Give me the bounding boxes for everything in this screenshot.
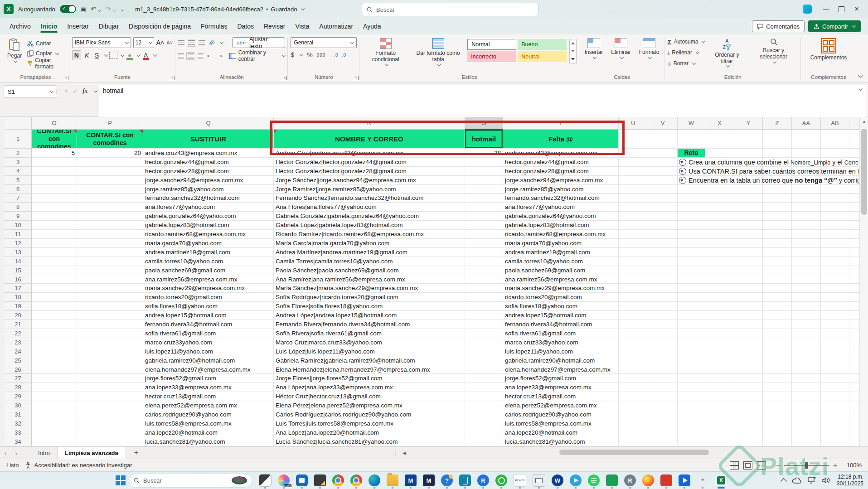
cell-O30[interactable] (32, 401, 77, 410)
column-header-X[interactable]: X (705, 117, 734, 130)
cell-T4[interactable]: hector.gonzalez28@gmail.com (503, 167, 619, 176)
cell-P30[interactable] (77, 401, 143, 410)
cell-Z11[interactable] (763, 230, 792, 239)
cell-X29[interactable] (705, 392, 734, 401)
cell-U17[interactable] (619, 284, 648, 293)
cell-U5[interactable] (619, 176, 648, 185)
cell-P12[interactable] (77, 239, 143, 248)
cell-P28[interactable] (77, 383, 143, 392)
cell-style-good[interactable]: Bueno (518, 39, 567, 50)
zoom-slider-thumb[interactable] (805, 462, 808, 469)
cell-Z33[interactable] (763, 428, 792, 437)
cell-P8[interactable] (77, 203, 143, 212)
cell-R12[interactable]: María García|maria.garcia70@yahoo.com (274, 239, 465, 248)
cell-T5[interactable]: jorge.sanchez94@empresa.com.mx (503, 176, 619, 185)
currency-format-button[interactable]: $ (291, 51, 294, 58)
cell-R19[interactable]: Sofía Flores|sofia.flores18@yahoo.com (274, 302, 465, 311)
cell-X1[interactable] (705, 130, 734, 149)
cell-V11[interactable] (648, 230, 678, 239)
cell-O13[interactable] (32, 248, 77, 257)
m365-app-icon[interactable]: M (423, 474, 435, 486)
cell-V2[interactable] (648, 149, 678, 158)
clipboard-dialog-launcher[interactable] (64, 76, 68, 80)
cell-T31[interactable]: carlos.rodriguez90@yahoo.com (503, 410, 619, 419)
header-cell-R1[interactable]: NOMBRE Y CORREO (274, 130, 465, 149)
cell-AA15[interactable] (792, 266, 821, 275)
orientation-icon[interactable]: ab (208, 38, 216, 47)
cell-T34[interactable]: lucia.sanchez81@yahoo.com (503, 437, 619, 446)
start-button[interactable] (116, 475, 126, 485)
cell-U16[interactable] (619, 275, 648, 284)
cell-style-neutral[interactable]: Neutral (518, 51, 567, 62)
cell-O14[interactable] (32, 257, 77, 266)
cell-X33[interactable] (705, 428, 734, 437)
cell-S17[interactable] (465, 284, 503, 293)
cell-Y16[interactable] (734, 275, 763, 284)
cell-O17[interactable] (32, 284, 77, 293)
cell-Z12[interactable] (763, 239, 792, 248)
row-header-15[interactable]: 15 (5, 266, 32, 275)
cell-AA14[interactable] (792, 257, 821, 266)
cell-T20[interactable]: andrea.lopez15@hotmail.com (503, 311, 619, 320)
cell-V34[interactable] (648, 437, 678, 446)
cell-Q33[interactable]: ana.lopez20@hotmail.com (143, 428, 274, 437)
cell-W2[interactable]: Reto (678, 149, 705, 158)
cell-T27[interactable]: jorge.flores52@gmail.com (503, 374, 619, 383)
share-button[interactable]: Compartir (808, 20, 861, 32)
telegram-icon[interactable] (570, 474, 582, 486)
styles-gallery-scroll[interactable] (569, 39, 576, 63)
cell-T2[interactable]: andrea.cruz43@empresa.com.mx (503, 149, 619, 158)
align-left-icon[interactable] (178, 53, 184, 58)
cell-O26[interactable] (32, 365, 77, 374)
cell-O24[interactable] (32, 347, 77, 356)
cell-O10[interactable] (32, 221, 77, 230)
increase-decimal-button[interactable]: ←.0 (330, 53, 338, 58)
row-header-32[interactable]: 32 (5, 419, 32, 428)
cell-Z20[interactable] (763, 311, 792, 320)
cell-W34[interactable] (678, 437, 705, 446)
ribbon-tab-dibujar[interactable]: Dibujar (94, 20, 124, 33)
cell-Q25[interactable]: gabriela.ramirez90@hotmail.com (143, 356, 274, 365)
cell-O28[interactable] (32, 383, 77, 392)
cancel-entry-icon[interactable]: × (64, 87, 68, 95)
zoom-level[interactable]: 100% (844, 462, 862, 469)
cell-U23[interactable] (619, 338, 648, 347)
cell-R10[interactable]: Gabriela López|gabriela.lopez83@hotmail.… (274, 221, 465, 230)
cell-AA30[interactable] (792, 401, 821, 410)
cell-S20[interactable] (465, 311, 503, 320)
row-header-10[interactable]: 10 (5, 221, 32, 230)
cell-Y23[interactable] (734, 338, 763, 347)
cell-U15[interactable] (619, 266, 648, 275)
cell-Y9[interactable] (734, 212, 763, 221)
cell-V25[interactable] (648, 356, 678, 365)
cell-W1[interactable] (678, 130, 705, 149)
chrome-profile-2-icon[interactable] (350, 474, 362, 486)
cell-U29[interactable] (619, 392, 648, 401)
cell-P26[interactable] (77, 365, 143, 374)
column-header-U[interactable]: U (619, 117, 648, 130)
cell-P19[interactable] (77, 302, 143, 311)
cell-AB26[interactable] (821, 365, 849, 374)
get-help-icon[interactable]: ? (441, 474, 453, 486)
cell-X24[interactable] (705, 347, 734, 356)
cell-AA10[interactable] (792, 221, 821, 230)
cell-R5[interactable]: Jorge Sánchez|jorge.sanchez94@empresa.co… (274, 176, 465, 185)
row-header-33[interactable]: 33 (5, 428, 32, 437)
column-header-S[interactable]: S (465, 117, 503, 130)
row-header-13[interactable]: 13 (5, 248, 32, 257)
row-header-20[interactable]: 20 (5, 311, 32, 320)
cell-AB9[interactable] (821, 212, 849, 221)
cell-X14[interactable] (705, 257, 734, 266)
cell-Q4[interactable]: hector.gonzalez28@gmail.com (143, 167, 274, 176)
cell-Q9[interactable]: gabriela.gonzalez64@yahoo.com (143, 212, 274, 221)
font-color-button[interactable]: A (142, 51, 150, 60)
cell-P21[interactable] (77, 320, 143, 329)
cell-U20[interactable] (619, 311, 648, 320)
cell-AB34[interactable] (821, 437, 849, 446)
cell-Y1[interactable] (734, 130, 763, 149)
cell-AB20[interactable] (821, 311, 849, 320)
cell-T9[interactable]: gabriela.gonzalez64@yahoo.com (503, 212, 619, 221)
cell-P31[interactable] (77, 410, 143, 419)
cell-S28[interactable] (465, 383, 503, 392)
cell-T15[interactable]: paola.sanchez69@gmail.com (503, 266, 619, 275)
